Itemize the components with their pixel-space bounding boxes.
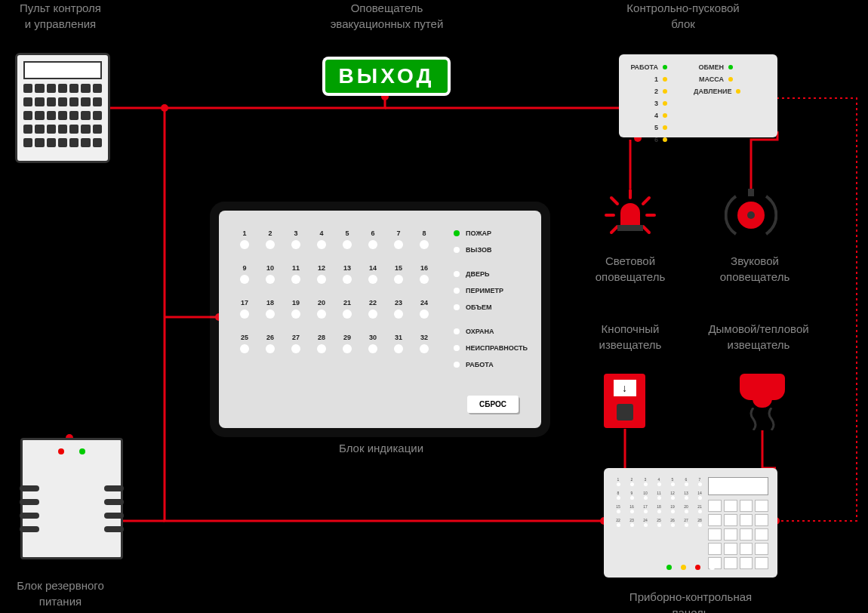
light-alarm-icon	[604, 189, 657, 242]
svg-line-2	[643, 198, 649, 204]
zone-indicator: 19	[285, 299, 306, 329]
status-row: ОХРАНА	[454, 328, 528, 335]
reset-button[interactable]: СБРОС	[467, 396, 519, 413]
backup-power-device	[20, 438, 123, 559]
zone-indicator: 27	[285, 334, 306, 364]
status-row: ПОЖАР	[454, 229, 528, 237]
svg-point-9	[747, 211, 755, 219]
zone-indicator: 7	[388, 229, 409, 260]
zone-indicator: 12	[311, 264, 332, 294]
svg-line-5	[611, 226, 617, 233]
status-row: РАБОТА	[454, 361, 528, 368]
zone-indicator: 25	[234, 334, 255, 364]
status-row: ОБЪЕМ	[454, 303, 528, 311]
label-csb: Контрольно-пусковойблок	[596, 0, 770, 32]
zone-indicator: 17	[234, 299, 255, 329]
heat-waves-icon	[746, 408, 779, 430]
zone-indicator: 22	[362, 299, 383, 329]
zone-indicator: 31	[388, 334, 409, 364]
svg-line-1	[611, 198, 617, 204]
zone-indicator: 23	[388, 299, 409, 329]
sound-alarm-icon	[725, 189, 777, 242]
csb-led-row: ОБМЕН	[694, 63, 740, 71]
zone-indicator: 3	[285, 229, 306, 260]
control-keypad-device	[15, 53, 110, 163]
zone-indicator: 29	[337, 334, 358, 364]
zone-indicator: 32	[414, 334, 435, 364]
label-light-alarm: Световойоповещатель	[585, 253, 676, 285]
csb-led-row: 1	[628, 75, 667, 83]
label-exit: Оповещательэвакуационных путей	[302, 0, 472, 32]
csb-led-row: МАССА	[694, 75, 740, 83]
zone-indicator: 4	[311, 229, 332, 260]
status-row: ПЕРИМЕТР	[454, 287, 528, 294]
zone-indicator: 9	[234, 264, 255, 294]
label-smoke: Дымовой/тепловойизвещатель	[698, 321, 819, 353]
zone-indicator: 11	[285, 264, 306, 294]
zone-indicator: 28	[311, 334, 332, 364]
svg-rect-7	[617, 225, 643, 231]
smoke-detector-icon	[740, 374, 785, 400]
status-row: НЕИСПРАВНОСТЬ	[454, 344, 528, 352]
csb-led-row: ДАВЛЕНИЕ	[694, 88, 740, 95]
svg-rect-10	[748, 189, 754, 196]
zone-indicator: 6	[362, 229, 383, 260]
csb-led-row: 5	[628, 124, 667, 131]
exit-sign: ВЫХОД	[322, 57, 451, 96]
zone-indicator: 1	[234, 229, 255, 260]
csb-led-row: 4	[628, 112, 667, 119]
zone-indicator: 2	[260, 229, 281, 260]
label-control-panel: Пульт контроляи управления	[0, 0, 121, 32]
zone-indicator: 16	[414, 264, 435, 294]
zone-indicator: 8	[414, 229, 435, 260]
label-call-point: Кнопочныйизвещатель	[585, 321, 676, 353]
zone-indicator: 24	[414, 299, 435, 329]
zone-indicator: 30	[362, 334, 383, 364]
status-row: ДВЕРЬ	[454, 270, 528, 278]
label-backup: Блок резервногопитания	[0, 578, 121, 609]
zone-indicator: 5	[337, 229, 358, 260]
csb-led-row: РАБОТА	[628, 63, 667, 71]
zone-indicator: 18	[260, 299, 281, 329]
svg-line-6	[643, 226, 649, 233]
instrument-control-panel: 1234567891011121314151617181920212223242…	[604, 468, 777, 578]
node-dot	[161, 104, 168, 112]
zone-indicator: 14	[362, 264, 383, 294]
label-sound-alarm: Звуковойоповещатель	[709, 253, 800, 285]
csb-led-row: 3	[628, 100, 667, 107]
csb-led-row: 2	[628, 88, 667, 95]
manual-call-point-icon: ↓	[604, 374, 645, 428]
control-start-block: РАБОТА123456 ОБМЕНМАССАДАВЛЕНИЕ	[619, 54, 777, 137]
zone-indicator: 15	[388, 264, 409, 294]
status-row: ВЫЗОВ	[454, 246, 528, 254]
zone-indicator: 26	[260, 334, 281, 364]
indication-block: 1234567891011121314151617181920212223242…	[219, 211, 541, 428]
zone-indicator: 21	[337, 299, 358, 329]
exit-sign-text: ВЫХОД	[325, 60, 448, 93]
zone-indicator: 20	[311, 299, 332, 329]
label-indication: Блок индикации	[325, 440, 438, 456]
zone-indicator: 10	[260, 264, 281, 294]
zone-indicator: 13	[337, 264, 358, 294]
csb-led-row: 6	[628, 136, 667, 143]
label-ipanel: Приборно-контрольнаяпанель	[604, 589, 777, 613]
